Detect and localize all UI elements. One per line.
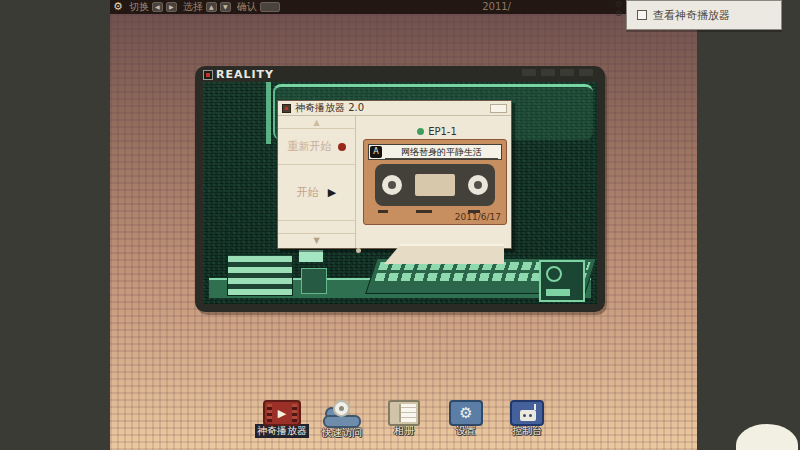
right-dark-strip xyxy=(697,0,800,450)
tape-view-window xyxy=(415,174,455,196)
popup-checkbox[interactable] xyxy=(637,10,647,20)
cassette-label-strip: A 网络替身的平静生活 xyxy=(368,144,502,160)
screen-shape-line xyxy=(266,82,271,144)
cloud-icon[interactable] xyxy=(322,400,362,428)
tape-title: 网络替身的平静生活 xyxy=(385,146,498,159)
date-text: 2011/ xyxy=(482,0,511,14)
cassette-mark xyxy=(378,210,388,213)
settings-gear-icon[interactable]: ⚙ xyxy=(113,0,123,14)
screen-component-chip xyxy=(299,250,323,262)
player-body: ▲ 重新开始 开始 ▶ ▼ EP1-1 A 网络替身的平静生活 xyxy=(278,116,511,248)
confirm-hint-group: 确认 xyxy=(237,0,280,14)
episode-label: EP1-1 xyxy=(428,126,457,137)
player-app-icon xyxy=(282,104,291,113)
player-menu-panel: ▲ 重新开始 开始 ▶ ▼ xyxy=(278,116,356,248)
play-icon: ▶ xyxy=(328,186,336,199)
record-dot-icon xyxy=(338,143,346,151)
switch-label: 切换 xyxy=(129,0,149,14)
popup-label: 查看神奇播放器 xyxy=(653,8,730,23)
screen-side-device xyxy=(539,260,585,302)
confirm-key-icon xyxy=(260,2,280,12)
right-spool-icon xyxy=(468,175,488,195)
icon-label-settings: 设置 xyxy=(456,424,476,438)
restart-button[interactable]: 重新开始 xyxy=(278,129,355,165)
switch-next-key-icon: ▶ xyxy=(166,2,177,12)
scroll-down-button[interactable]: ▼ xyxy=(278,233,355,248)
device-slot xyxy=(546,289,570,296)
monitor-title: REALITY xyxy=(216,68,274,81)
device-dial-icon xyxy=(546,266,562,282)
icon-label-quick-access: 快速访问 xyxy=(322,426,362,440)
screw-icon xyxy=(356,248,361,253)
select-label: 选择 xyxy=(183,0,203,14)
monitor-titlebar: REALITY xyxy=(203,68,274,81)
restart-label: 重新开始 xyxy=(288,139,332,154)
icon-label-console: 控制台 xyxy=(512,424,542,438)
player-titlebar[interactable]: 神奇播放器 2.0 xyxy=(278,101,511,116)
player-film-icon[interactable]: ▶ xyxy=(263,400,301,426)
start-label: 开始 xyxy=(297,185,319,200)
icon-label-album: 相册 xyxy=(394,424,414,438)
start-button[interactable]: 开始 ▶ xyxy=(278,165,355,221)
album-icon[interactable] xyxy=(388,400,420,426)
side-a-icon: A xyxy=(370,146,382,158)
view-player-popup[interactable]: 查看神奇播放器 xyxy=(626,0,782,30)
select-up-key-icon: ▲ xyxy=(206,2,217,12)
console-icon[interactable] xyxy=(510,400,544,426)
screen-disk-drive xyxy=(227,254,293,296)
cassette-panel: EP1-1 A 网络替身的平静生活 2011/6/17 xyxy=(356,116,511,248)
cassette[interactable]: A 网络替身的平静生活 2011/6/17 xyxy=(363,139,507,225)
scroll-up-button[interactable]: ▲ xyxy=(278,116,355,129)
episode-status-dot-icon xyxy=(417,128,424,135)
deck-door xyxy=(384,244,504,264)
switch-hint-group: 切换 ◀ ▶ xyxy=(129,0,177,14)
player-window-button[interactable] xyxy=(490,104,507,113)
left-dark-strip xyxy=(0,0,110,450)
icon-label-player: 神奇播放器 xyxy=(255,424,309,438)
duck-character[interactable] xyxy=(718,420,800,450)
left-spool-icon xyxy=(382,175,402,195)
player-title: 神奇播放器 2.0 xyxy=(295,101,364,115)
monitor-vents xyxy=(522,69,593,76)
reality-icon xyxy=(203,70,213,80)
top-control-bar: ⚙ 切换 ◀ ▶ 选择 ▲ ▼ 确认 2011/ xyxy=(110,0,697,14)
select-down-key-icon: ▼ xyxy=(220,2,231,12)
screen-component-box xyxy=(301,268,327,294)
episode-row: EP1-1 xyxy=(363,116,511,139)
select-hint-group: 选择 ▲ ▼ xyxy=(183,0,231,14)
desktop-icon-console[interactable]: 控制台 xyxy=(491,400,563,438)
confirm-label: 确认 xyxy=(237,0,257,14)
popup-gear-icons: ⚙⚙ xyxy=(615,0,622,18)
tape-date: 2011/6/17 xyxy=(455,212,501,222)
settings-icon[interactable]: ⚙ xyxy=(449,400,483,426)
duck-head xyxy=(736,424,798,450)
tape-window xyxy=(375,164,495,206)
cassette-mark xyxy=(416,210,432,213)
switch-prev-key-icon: ◀ xyxy=(152,2,163,12)
magic-player-window: 神奇播放器 2.0 ▲ 重新开始 开始 ▶ ▼ EP1-1 A 网络 xyxy=(277,100,512,249)
